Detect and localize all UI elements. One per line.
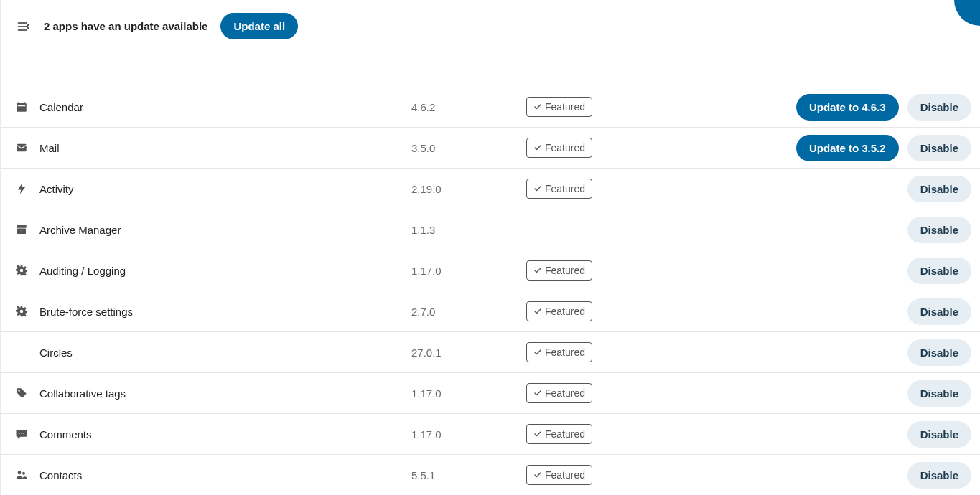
contacts-icon [15,468,38,481]
app-row[interactable]: Mail3.5.0FeaturedUpdate to 3.5.2Disable [1,128,980,169]
apps-list: Calendar4.6.2FeaturedUpdate to 4.6.3Disa… [1,87,980,495]
bolt-icon [15,182,38,195]
app-actions: Disable [670,462,971,489]
app-version: 5.5.1 [411,469,526,481]
app-row[interactable]: Circles27.0.1FeaturedDisable [1,332,980,373]
disable-button[interactable]: Disable [907,258,971,284]
app-level: Featured [526,424,670,444]
app-version: 1.1.3 [411,224,526,236]
app-actions: Update to 3.5.2Disable [670,135,971,161]
update-all-button[interactable]: Update all [220,13,298,39]
app-actions: Disable [670,258,971,284]
featured-badge: Featured [526,97,592,117]
app-level: Featured [526,342,670,362]
featured-badge: Featured [526,179,592,199]
app-name: Archive Manager [38,224,411,236]
featured-badge: Featured [526,383,592,403]
app-row[interactable]: Brute-force settings2.7.0FeaturedDisable [1,291,980,332]
app-version: 27.0.1 [411,346,526,359]
app-row[interactable]: Comments1.17.0FeaturedDisable [1,414,980,455]
featured-label: Featured [545,101,585,113]
sidebar-toggle-icon[interactable] [17,19,31,34]
disable-button[interactable]: Disable [907,462,971,489]
app-name: Comments [38,428,411,440]
app-level: Featured [526,260,670,280]
tag-icon [15,387,38,400]
disable-button[interactable]: Disable [907,421,971,448]
update-banner-text: 2 apps have an update available [44,20,207,32]
app-version: 2.19.0 [411,183,526,195]
app-name: Circles [38,346,411,359]
featured-label: Featured [545,469,585,481]
app-row[interactable]: Contacts5.5.1FeaturedDisable [1,455,980,495]
gear-icon [15,305,38,318]
featured-label: Featured [545,346,585,358]
app-actions: Disable [670,380,971,407]
app-row[interactable]: Collaborative tags1.17.0FeaturedDisable [1,373,980,414]
app-name: Contacts [38,469,411,481]
app-version: 2.7.0 [411,306,526,318]
featured-label: Featured [545,387,585,399]
gear-icon [15,264,38,277]
featured-label: Featured [545,183,585,194]
app-row[interactable]: Archive Manager1.1.3Disable [1,209,980,250]
featured-badge: Featured [526,260,592,280]
app-version: 1.17.0 [411,265,526,277]
app-actions: Update to 4.6.3Disable [670,94,971,121]
app-version: 4.6.2 [411,101,526,113]
app-version: 3.5.0 [411,142,526,154]
featured-badge: Featured [526,424,592,444]
disable-button[interactable]: Disable [907,217,971,243]
apps-admin-page: 2 apps have an update available Update a… [0,0,980,495]
app-actions: Disable [670,176,971,202]
app-level: Featured [526,179,670,199]
app-level: Featured [526,97,670,117]
disable-button[interactable]: Disable [907,380,971,407]
app-level: Featured [526,383,670,403]
app-level: Featured [526,465,670,485]
disable-button[interactable]: Disable [907,135,971,161]
app-version: 1.17.0 [411,428,526,440]
featured-label: Featured [545,306,585,317]
app-name: Activity [38,183,411,195]
archive-icon [15,223,38,236]
app-version: 1.17.0 [411,387,526,400]
update-button[interactable]: Update to 4.6.3 [796,94,899,121]
app-actions: Disable [670,217,971,243]
app-row[interactable]: Calendar4.6.2FeaturedUpdate to 4.6.3Disa… [1,87,980,128]
featured-badge: Featured [526,138,592,158]
app-name: Collaborative tags [38,387,411,400]
app-actions: Disable [670,339,971,366]
app-level: Featured [526,138,670,158]
app-name: Auditing / Logging [38,265,411,277]
disable-button[interactable]: Disable [907,339,971,366]
app-name: Brute-force settings [38,306,411,318]
featured-label: Featured [545,142,585,154]
app-row[interactable]: Auditing / Logging1.17.0FeaturedDisable [1,250,980,291]
app-name: Calendar [38,101,411,113]
disable-button[interactable]: Disable [907,298,971,325]
disable-button[interactable]: Disable [907,176,971,202]
comment-icon [15,428,38,440]
featured-badge: Featured [526,342,592,362]
app-actions: Disable [670,421,971,448]
app-level: Featured [526,301,670,321]
calendar-icon [15,100,38,113]
featured-label: Featured [545,428,585,440]
disable-button[interactable]: Disable [907,94,971,121]
mail-icon [15,141,38,154]
featured-badge: Featured [526,301,592,321]
update-banner: 2 apps have an update available Update a… [1,0,980,47]
update-button[interactable]: Update to 3.5.2 [796,135,899,161]
app-actions: Disable [670,298,971,325]
featured-label: Featured [545,265,585,276]
app-name: Mail [38,142,411,154]
featured-badge: Featured [526,465,592,485]
app-row[interactable]: Activity2.19.0FeaturedDisable [1,169,980,209]
